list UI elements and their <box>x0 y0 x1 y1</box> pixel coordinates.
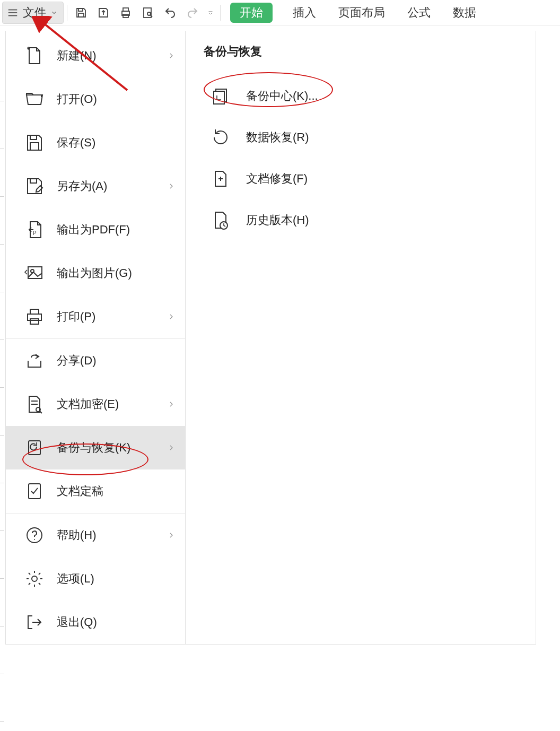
svg-rect-21 <box>28 267 42 279</box>
toolbar: 文件 开始 插入 <box>0 0 560 25</box>
submenu-title: 备份与恢复 <box>204 43 525 59</box>
submenu-item-label: 数据恢复(R) <box>246 129 309 145</box>
svg-line-11 <box>151 15 153 17</box>
menu-item-exit[interactable]: 退出(Q) <box>6 601 185 644</box>
svg-rect-18 <box>30 143 39 150</box>
finalize-icon <box>24 481 45 502</box>
file-menu-list: 新建(N) 打开(O) 保存(S) <box>6 31 186 644</box>
undo-dropdown[interactable] <box>204 10 217 16</box>
print-button[interactable] <box>115 2 136 23</box>
save-button[interactable] <box>71 2 92 23</box>
svg-rect-4 <box>78 13 84 17</box>
menu-item-label: 另存为(A) <box>57 178 155 194</box>
hamburger-icon <box>7 7 19 19</box>
menu-item-finalize[interactable]: 文档定稿 <box>6 469 185 513</box>
menu-item-new[interactable]: 新建(N) <box>6 34 185 77</box>
ribbon-tabs: 开始 插入 页面布局 公式 数据 <box>230 3 478 23</box>
submenu-item-history[interactable]: 历史版本(H) <box>196 199 525 241</box>
file-menu-button[interactable]: 文件 <box>2 2 64 24</box>
toolbar-separator <box>220 5 221 21</box>
print-icon <box>24 306 45 327</box>
undo-button[interactable] <box>160 2 181 23</box>
doc-repair-icon <box>210 168 231 189</box>
chevron-right-icon <box>167 531 176 539</box>
menu-item-label: 打开(O) <box>57 91 176 107</box>
export-pdf-icon: P <box>24 219 45 240</box>
menu-item-backup-restore[interactable]: 备份与恢复(K) <box>6 426 185 469</box>
svg-point-10 <box>147 12 151 15</box>
print-preview-button[interactable] <box>137 2 159 23</box>
svg-rect-24 <box>30 309 39 314</box>
menu-item-label: 文档定稿 <box>57 483 176 499</box>
menu-item-label: 保存(S) <box>57 135 176 151</box>
gear-icon <box>24 568 45 589</box>
submenu-item-label: 备份中心(K)... <box>246 88 318 104</box>
submenu-item-doc-repair[interactable]: 文档修复(F) <box>196 158 525 199</box>
exit-icon <box>24 612 45 633</box>
svg-rect-8 <box>123 14 128 18</box>
chevron-right-icon <box>167 400 176 408</box>
svg-rect-36 <box>214 91 224 104</box>
svg-point-32 <box>34 539 35 540</box>
save-as-cloud-button[interactable] <box>93 2 114 23</box>
data-recovery-icon <box>210 127 231 148</box>
tab-start[interactable]: 开始 <box>230 3 273 23</box>
file-menu-label: 文件 <box>23 5 46 21</box>
tab-formula[interactable]: 公式 <box>405 3 433 23</box>
encrypt-icon <box>24 394 45 415</box>
save-icon <box>24 132 45 153</box>
chevron-right-icon <box>167 182 176 190</box>
svg-rect-25 <box>30 319 39 324</box>
menu-item-label: 输出为PDF(F) <box>57 222 176 238</box>
svg-rect-7 <box>123 8 128 11</box>
file-menu-panel: 新建(N) 打开(O) 保存(S) <box>5 31 536 645</box>
menu-item-open[interactable]: 打开(O) <box>6 77 185 121</box>
menu-item-help[interactable]: 帮助(H) <box>6 514 185 557</box>
menu-item-options[interactable]: 选项(L) <box>6 557 185 601</box>
row-gutter <box>0 32 5 731</box>
backup-restore-icon <box>24 437 45 458</box>
menu-item-export-image[interactable]: 输出为图片(G) <box>6 251 185 295</box>
menu-item-share[interactable]: 分享(D) <box>6 339 185 382</box>
submenu-panel: 备份与恢复 备份中心(K)... 数据恢复(R) <box>186 31 536 644</box>
tab-page-layout[interactable]: 页面布局 <box>336 3 387 23</box>
redo-button[interactable] <box>182 2 203 23</box>
menu-item-save[interactable]: 保存(S) <box>6 121 185 164</box>
menu-item-label: 分享(D) <box>57 353 176 369</box>
menu-item-label: 退出(Q) <box>57 614 176 630</box>
save-as-icon <box>24 176 45 197</box>
new-file-icon <box>24 45 45 66</box>
chevron-right-icon <box>167 312 176 321</box>
submenu-item-data-recovery[interactable]: 数据恢复(R) <box>196 117 525 158</box>
menu-item-label: 备份与恢复(K) <box>57 440 155 456</box>
svg-rect-23 <box>28 314 41 320</box>
export-image-icon <box>24 263 45 284</box>
menu-item-label: 文档加密(E) <box>57 396 155 412</box>
menu-item-label: 打印(P) <box>57 309 155 325</box>
menu-item-label: 输出为图片(G) <box>57 265 176 281</box>
folder-open-icon <box>24 89 45 110</box>
backup-center-icon <box>210 85 231 107</box>
menu-item-encrypt[interactable]: 文档加密(E) <box>6 382 185 426</box>
submenu-item-label: 历史版本(H) <box>246 212 309 228</box>
menu-item-export-pdf[interactable]: P 输出为PDF(F) <box>6 208 185 251</box>
svg-rect-17 <box>30 135 37 140</box>
chevron-right-icon <box>167 51 176 60</box>
tab-insert[interactable]: 插入 <box>291 3 318 23</box>
svg-rect-19 <box>30 179 37 183</box>
menu-item-label: 选项(L) <box>57 571 176 587</box>
svg-rect-3 <box>78 8 83 11</box>
help-icon <box>24 525 45 546</box>
toolbar-separator <box>67 5 67 21</box>
tab-data[interactable]: 数据 <box>451 3 478 23</box>
menu-item-label: 帮助(H) <box>57 527 155 543</box>
svg-text:P: P <box>33 230 37 236</box>
history-icon <box>210 210 231 231</box>
menu-item-print[interactable]: 打印(P) <box>6 295 185 338</box>
chevron-right-icon <box>167 443 176 452</box>
submenu-item-backup-center[interactable]: 备份中心(K)... <box>196 75 525 117</box>
submenu-item-label: 文档修复(F) <box>246 171 308 187</box>
menu-item-save-as[interactable]: 另存为(A) <box>6 164 185 208</box>
svg-point-33 <box>32 576 37 581</box>
share-icon <box>24 350 45 371</box>
